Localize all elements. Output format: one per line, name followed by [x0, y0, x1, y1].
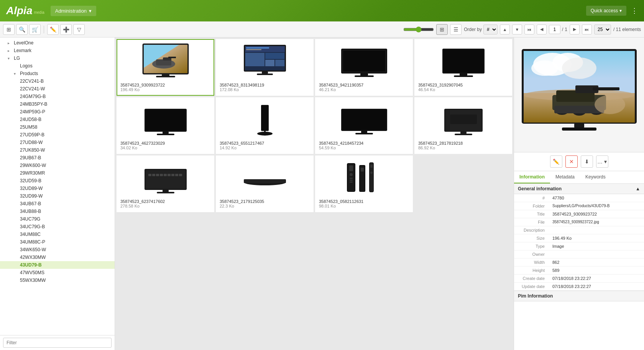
grid-item-5[interactable]: 35874523_4627323029 34.02 Ko	[117, 97, 214, 154]
grid-item-1[interactable]: 35874523_9309923722 196.49 Ko	[117, 39, 214, 96]
grid-item-7[interactable]: 35874523_4218457234 54.59 Ko	[315, 97, 413, 154]
svg-rect-23	[343, 51, 385, 72]
sidebar-item-lexmark[interactable]: Lexmark	[0, 47, 115, 54]
first-page-button[interactable]: ⏮	[524, 25, 534, 34]
tab-keywords[interactable]: Keywords	[580, 171, 611, 183]
sidebar-item-34uc79g[interactable]: 34UC79G	[0, 215, 115, 223]
24gm79gb-label: 24GM79G-B	[20, 94, 46, 99]
grid-item-4[interactable]: 35874523_3192907045 46.54 Ko	[414, 39, 512, 96]
administration-label: Administration	[55, 8, 87, 14]
sidebar-item-32ud99w[interactable]: 32UD99-W	[0, 192, 115, 200]
grid-item-11-size: 98.01 Ko	[319, 204, 409, 208]
grid-item-2[interactable]: 35874523_8313498119 172.08 Ko	[216, 39, 314, 96]
grid-item-10-info: 35874523_2179125035 22.3 Ko	[220, 198, 310, 208]
levelone-arrow-icon	[8, 41, 12, 45]
sidebar-item-34um88c[interactable]: 34UM88C	[0, 231, 115, 238]
grid-item-11[interactable]: 35874523_0582112631 98.01 Ko	[315, 155, 413, 212]
filter-button[interactable]: ▽	[73, 24, 85, 35]
grid-item-10[interactable]: 35874523_2179125035 22.3 Ko	[216, 155, 314, 212]
quick-access-chevron-icon: ▾	[619, 8, 622, 13]
sidebar-item-lg-label: LG	[14, 56, 20, 61]
sidebar-item-47wv50ms[interactable]: 47WV50MS	[0, 269, 115, 276]
delete-image-button[interactable]: ✕	[565, 155, 578, 168]
sidebar-item-24mb35pyb[interactable]: 24MB35PY-B	[0, 100, 115, 108]
sidebar-item-24gm79gb[interactable]: 24GM79G-B	[0, 93, 115, 100]
page-input[interactable]	[549, 25, 560, 34]
more-actions-button[interactable]: … ▾	[596, 155, 608, 168]
sidebar-item-32ud89w[interactable]: 32UD89-W	[0, 185, 115, 192]
search-button[interactable]: 🔍	[16, 24, 28, 35]
sort-asc-button[interactable]: ▲	[500, 25, 510, 34]
grid-item-6[interactable]: 35874523_6551217467 14.92 Ko	[216, 97, 314, 154]
prev-page-button[interactable]: ◀	[537, 25, 547, 34]
sidebar-item-25um58[interactable]: 25UM58	[0, 123, 115, 131]
sidebar-item-34ub88b[interactable]: 34UB88-B	[0, 208, 115, 215]
svg-rect-68	[350, 182, 353, 183]
grid-item-9[interactable]: 35874523_6237417602 278.58 Ko	[117, 155, 214, 212]
edit-button[interactable]: ✏️	[47, 24, 59, 35]
next-page-button[interactable]: ▶	[570, 25, 580, 34]
download-image-button[interactable]: ⬇	[581, 155, 593, 168]
sidebar-item-24ud58b[interactable]: 24UD58-B	[0, 116, 115, 123]
grid-view-button[interactable]: ⊞	[3, 24, 15, 35]
sidebar-item-55wx30mw[interactable]: 55WX30MW	[0, 276, 115, 284]
32ud99w-label: 32UD99-W	[20, 193, 43, 199]
grid-item-10-size: 22.3 Ko	[220, 204, 310, 208]
cart-button[interactable]: 🛒	[29, 24, 41, 35]
sidebar-item-24mp59gp[interactable]: 24MP59G-P	[0, 108, 115, 116]
administration-menu-button[interactable]: Administration ▾	[51, 6, 96, 16]
sidebar-item-logos[interactable]: Logos	[0, 62, 115, 70]
zoom-slider[interactable]	[403, 26, 434, 33]
sidebar-item-products[interactable]: Products	[0, 70, 115, 77]
34uc79g-label: 34UC79G	[20, 216, 40, 222]
sidebar-item-levelone[interactable]: LevelOne	[0, 39, 115, 47]
svg-rect-46	[455, 134, 472, 135]
svg-rect-44	[450, 114, 477, 124]
list-view-toggle[interactable]: ☰	[450, 24, 462, 35]
sidebar-item-27ud59pb[interactable]: 27UD59P-B	[0, 131, 115, 139]
34um88c-label: 34UM88C	[20, 232, 41, 237]
47wv50ms-label: 47WV50MS	[20, 270, 44, 275]
sidebar-item-29ub67b[interactable]: 29UB67-B	[0, 154, 115, 162]
sidebar-item-29wk600w[interactable]: 29WK600-W	[0, 162, 115, 169]
sidebar-item-43ud79b[interactable]: 43UD79-B	[0, 261, 115, 269]
sidebar-item-34uc79gb[interactable]: 34UC79G-B	[0, 223, 115, 231]
quick-access-button[interactable]: Quick access ▾	[586, 6, 626, 16]
sidebar-item-34wk650w[interactable]: 34WK650-W	[0, 246, 115, 254]
svg-rect-27	[444, 50, 483, 72]
order-by-select[interactable]: #	[483, 25, 498, 34]
sidebar-item-32ud59b[interactable]: 32UD59-B	[0, 177, 115, 185]
header-more-button[interactable]: ⋮	[631, 7, 638, 15]
tab-metadata[interactable]: Metadata	[550, 171, 580, 183]
grid-item-3-title: 35874523_9421190357	[319, 83, 409, 87]
edit-image-button[interactable]: ✏️	[550, 155, 562, 168]
last-page-button[interactable]: ⏭	[582, 25, 592, 34]
svg-rect-71	[361, 168, 364, 172]
sidebar-item-22cv241w[interactable]: 22CV241-W	[0, 85, 115, 93]
27ud88w-label: 27UD88-W	[20, 140, 43, 145]
sidebar-item-lg[interactable]: LG	[0, 54, 115, 62]
sidebar-item-27uk850w[interactable]: 27UK850-W	[0, 146, 115, 154]
sidebar-item-27ud88w[interactable]: 27UD88-W	[0, 139, 115, 146]
sidebar-item-22cv241b[interactable]: 22CV241-B	[0, 77, 115, 85]
sidebar-item-29wr30mr[interactable]: 29WR30MR	[0, 169, 115, 177]
monitor-svg-4	[439, 43, 488, 81]
svg-rect-51	[156, 174, 159, 176]
grid-view-toggle[interactable]: ⊞	[436, 24, 448, 35]
quick-access-label: Quick access	[591, 8, 618, 13]
filter-input[interactable]	[3, 338, 112, 348]
svg-rect-17	[265, 60, 274, 66]
monitor-svg-1	[141, 43, 191, 81]
sidebar-item-42wx30mw[interactable]: 42WX30MW	[0, 254, 115, 261]
monitor-svg-6	[240, 101, 290, 139]
add-button[interactable]: ➕	[60, 24, 72, 35]
sidebar-item-34um88cp[interactable]: 34UM88C-P	[0, 238, 115, 246]
per-page-select[interactable]: 25	[594, 25, 611, 34]
29ub67b-label: 29UB67-B	[20, 155, 41, 160]
grid-item-9-size: 278.58 Ko	[120, 204, 210, 208]
grid-item-3[interactable]: 35874523_9421190357 46.21 Ko	[315, 39, 413, 96]
sort-desc-button[interactable]: ▼	[512, 25, 522, 34]
grid-item-8[interactable]: 35874523_2817819218 86.92 Ko	[414, 97, 512, 154]
sidebar-item-34ub67b[interactable]: 34UB67-B	[0, 200, 115, 208]
tab-information[interactable]: Information	[514, 171, 550, 183]
